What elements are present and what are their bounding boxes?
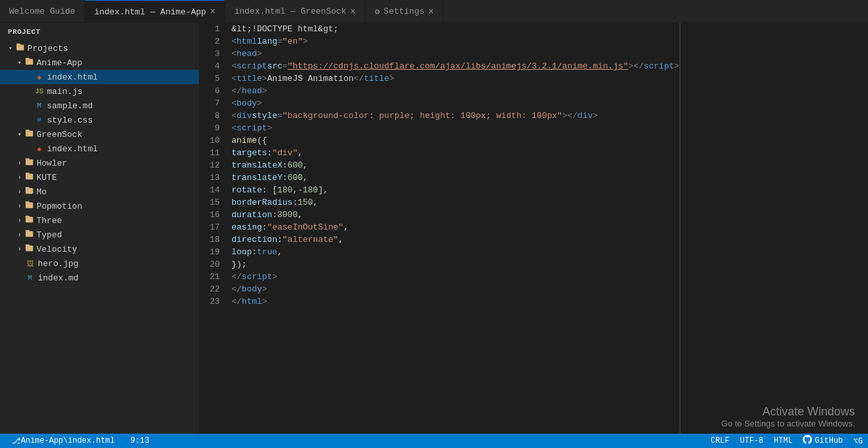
git-icon: ⎇ (12, 436, 21, 446)
file-tree: ▾Projects▾Anime-App◈index.htmlJSmain.jsM… (0, 41, 199, 285)
line-numbers: 1234567891011121314151617181920212223 (199, 23, 225, 434)
close-icon[interactable]: × (350, 7, 355, 17)
line-number: 8 (204, 110, 220, 122)
code-line: translateX: 600, (232, 159, 680, 172)
tree-item-label: index.html (47, 72, 98, 82)
tree-item-main-js[interactable]: JSmain.js (0, 84, 199, 98)
file-icon: JS (34, 87, 44, 95)
status-bar: ⎇ Anime-App\index.html 9:13 CRLF UTF-8 H… (0, 434, 868, 448)
chevron-icon: ▾ (14, 59, 25, 67)
chevron-icon: › (14, 174, 25, 181)
line-number: 16 (204, 209, 220, 221)
chevron-icon: › (14, 203, 25, 210)
tree-item-anime-app[interactable]: ▾Anime-App (0, 55, 199, 70)
tree-item-typed[interactable]: ›Typed (0, 228, 199, 242)
tree-item-sample-md[interactable]: Msample.md (0, 98, 199, 113)
folder-icon (25, 57, 34, 68)
language-text: HTML (774, 436, 793, 445)
github-button[interactable]: GitHub (798, 434, 848, 448)
chevron-icon: ▾ (14, 130, 25, 138)
tree-item-label: style.css (47, 115, 93, 125)
line-number: 5 (204, 72, 220, 85)
activation-subtitle: Go to Settings to activate Windows. (721, 419, 855, 428)
code-line: <div style="background-color: purple; he… (232, 110, 680, 122)
status-right: CRLF UTF-8 HTML GitHub ⌥G (706, 434, 868, 448)
github-icon (803, 435, 812, 447)
tree-item-style-css[interactable]: #style.css (0, 113, 199, 127)
git-branch[interactable]: ⎇ Anime-App\index.html (7, 434, 120, 448)
github-text: GitHub (815, 436, 843, 445)
tree-item-velocity[interactable]: ›Velocity (0, 242, 199, 256)
cursor-position[interactable]: 9:13 (125, 434, 155, 448)
sidebar-header: Project (0, 23, 199, 41)
tree-item-three[interactable]: ›Three (0, 213, 199, 228)
tree-item-label: Typed (37, 230, 62, 240)
folder-icon (25, 186, 34, 198)
status-left: ⎇ Anime-App\index.html 9:13 (0, 434, 161, 448)
tree-item-label: index.md (38, 273, 78, 283)
tree-item-greensock-index[interactable]: ◈index.html (0, 142, 199, 156)
tree-item-label: GreenSock (37, 130, 82, 140)
line-number: 9 (204, 122, 220, 134)
tree-item-howler[interactable]: ›Howler (0, 156, 199, 170)
tree-item-label: Three (37, 216, 62, 226)
encoding-selector[interactable]: UTF-8 (735, 434, 769, 448)
tree-item-index-md[interactable]: Mindex.md (0, 271, 199, 285)
tree-item-index-html[interactable]: ◈index.html (0, 70, 199, 84)
code-line: </html> (232, 295, 680, 308)
chevron-icon: › (14, 160, 25, 167)
activation-title: Activate Windows (721, 405, 855, 419)
tab-index-greensock[interactable]: index.html — GreenSock × (225, 0, 365, 23)
code-line: borderRadius: 150, (232, 196, 680, 209)
code-editor[interactable]: &lt;!DOCTYPE html&gt;<html lang="en"> <h… (225, 23, 680, 434)
close-icon[interactable]: × (210, 7, 215, 17)
code-line: targets: "div", (232, 147, 680, 159)
chevron-icon: › (14, 217, 25, 224)
tab-welcome[interactable]: Welcome Guide (0, 0, 85, 23)
line-number: 10 (204, 134, 220, 147)
folder-icon (25, 243, 34, 255)
close-icon[interactable]: × (428, 7, 434, 17)
line-number: 7 (204, 97, 220, 110)
git-status[interactable]: ⌥G (848, 434, 868, 448)
code-line: duration: 3000, (232, 209, 680, 221)
line-number: 14 (204, 184, 220, 196)
line-number: 4 (204, 60, 220, 72)
line-number: 18 (204, 233, 220, 246)
tree-item-hero-jpg[interactable]: 🖼hero.jpg (0, 256, 199, 271)
tab-index-anime-label: index.html — Anime-App (94, 7, 206, 17)
tree-item-popmotion[interactable]: ›Popmotion (0, 199, 199, 213)
tab-settings[interactable]: ⚙ Settings × (366, 0, 444, 23)
code-line: <html lang="en"> (232, 35, 680, 48)
chevron-icon: ▾ (5, 44, 16, 52)
line-number: 6 (204, 85, 220, 97)
file-icon: ◈ (34, 73, 44, 82)
tab-index-anime[interactable]: index.html — Anime-App × (85, 0, 225, 23)
line-number: 21 (204, 271, 220, 283)
tree-item-label: index.html (47, 144, 98, 154)
code-line: </script> (232, 271, 680, 283)
line-number: 23 (204, 295, 220, 308)
tree-item-greensock[interactable]: ▾GreenSock (0, 127, 199, 142)
sidebar: Project ▾Projects▾Anime-App◈index.htmlJS… (0, 23, 199, 434)
line-number: 19 (204, 246, 220, 258)
code-line: loop: true, (232, 246, 680, 258)
tree-item-kute[interactable]: ›KUTE (0, 170, 199, 185)
tab-settings-label: Settings (383, 7, 424, 16)
line-number: 17 (204, 221, 220, 233)
tree-item-mo[interactable]: ›Mo (0, 185, 199, 199)
folder-icon (25, 215, 34, 226)
folder-icon (25, 172, 34, 183)
position-text: 9:13 (130, 436, 149, 445)
code-line: }); (232, 258, 680, 271)
tree-item-projects[interactable]: ▾Projects (0, 41, 199, 55)
line-number: 22 (204, 283, 220, 295)
code-line: <script src="https://cdnjs.cloudflare.co… (232, 60, 680, 72)
language-selector[interactable]: HTML (769, 434, 798, 448)
file-icon: 🖼 (25, 260, 35, 268)
eol-selector[interactable]: CRLF (706, 434, 735, 448)
tree-item-label: main.js (47, 87, 83, 97)
tree-item-label: Mo (37, 187, 47, 197)
file-icon: ◈ (34, 145, 44, 153)
tree-item-label: Howler (37, 158, 67, 168)
